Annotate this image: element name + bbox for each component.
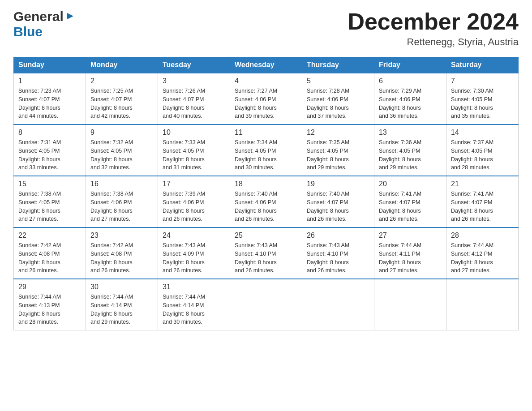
day-number: 12 <box>307 128 369 137</box>
table-row: 31 Sunrise: 7:44 AM Sunset: 4:14 PM Dayl… <box>158 279 230 330</box>
day-number: 8 <box>18 128 81 137</box>
table-row: 27 Sunrise: 7:44 AM Sunset: 4:11 PM Dayl… <box>374 227 446 279</box>
table-row: 23 Sunrise: 7:42 AM Sunset: 4:08 PM Dayl… <box>86 227 158 279</box>
day-number: 30 <box>90 283 153 291</box>
day-info: Sunrise: 7:29 AM Sunset: 4:06 PM Dayligh… <box>379 87 442 120</box>
table-row: 25 Sunrise: 7:43 AM Sunset: 4:10 PM Dayl… <box>230 227 302 279</box>
day-info: Sunrise: 7:44 AM Sunset: 4:14 PM Dayligh… <box>90 293 153 326</box>
col-wednesday: Wednesday <box>230 57 302 73</box>
day-info: Sunrise: 7:43 AM Sunset: 4:09 PM Dayligh… <box>163 241 225 275</box>
calendar-table: Sunday Monday Tuesday Wednesday Thursday… <box>13 57 519 330</box>
day-info: Sunrise: 7:42 AM Sunset: 4:08 PM Dayligh… <box>90 241 153 275</box>
table-row: 21 Sunrise: 7:41 AM Sunset: 4:07 PM Dayl… <box>446 176 519 227</box>
page-header: General Blue December 2024 Rettenegg, St… <box>13 9 519 48</box>
day-number: 17 <box>163 180 225 188</box>
table-row: 9 Sunrise: 7:32 AM Sunset: 4:05 PM Dayli… <box>86 124 158 176</box>
day-number: 28 <box>451 231 514 240</box>
table-row: 17 Sunrise: 7:39 AM Sunset: 4:06 PM Dayl… <box>158 176 230 227</box>
svg-marker-0 <box>67 13 73 19</box>
day-number: 27 <box>379 231 442 240</box>
day-number: 3 <box>163 77 225 85</box>
table-row: 10 Sunrise: 7:33 AM Sunset: 4:05 PM Dayl… <box>158 124 230 176</box>
month-title: December 2024 <box>348 9 519 34</box>
calendar-header-row: Sunday Monday Tuesday Wednesday Thursday… <box>14 57 519 73</box>
day-info: Sunrise: 7:43 AM Sunset: 4:10 PM Dayligh… <box>307 241 369 275</box>
table-row: 7 Sunrise: 7:30 AM Sunset: 4:05 PM Dayli… <box>446 73 519 124</box>
day-number: 1 <box>18 77 81 85</box>
day-number: 23 <box>90 231 153 240</box>
table-row: 28 Sunrise: 7:44 AM Sunset: 4:12 PM Dayl… <box>446 227 519 279</box>
day-info: Sunrise: 7:35 AM Sunset: 4:05 PM Dayligh… <box>307 138 369 172</box>
day-number: 9 <box>90 128 153 137</box>
table-row: 12 Sunrise: 7:35 AM Sunset: 4:05 PM Dayl… <box>302 124 374 176</box>
table-row: 5 Sunrise: 7:28 AM Sunset: 4:06 PM Dayli… <box>302 73 374 124</box>
day-info: Sunrise: 7:34 AM Sunset: 4:05 PM Dayligh… <box>235 138 297 172</box>
table-row <box>230 279 302 330</box>
table-row: 20 Sunrise: 7:41 AM Sunset: 4:07 PM Dayl… <box>374 176 446 227</box>
day-info: Sunrise: 7:27 AM Sunset: 4:06 PM Dayligh… <box>235 87 297 120</box>
day-info: Sunrise: 7:41 AM Sunset: 4:07 PM Dayligh… <box>451 190 514 223</box>
day-number: 24 <box>163 231 225 240</box>
day-info: Sunrise: 7:43 AM Sunset: 4:10 PM Dayligh… <box>235 241 297 275</box>
day-number: 20 <box>379 180 442 188</box>
logo-arrow-icon <box>65 11 75 23</box>
day-info: Sunrise: 7:31 AM Sunset: 4:05 PM Dayligh… <box>18 138 81 172</box>
day-info: Sunrise: 7:26 AM Sunset: 4:07 PM Dayligh… <box>163 87 225 120</box>
day-info: Sunrise: 7:44 AM Sunset: 4:13 PM Dayligh… <box>18 293 81 326</box>
day-info: Sunrise: 7:25 AM Sunset: 4:07 PM Dayligh… <box>90 87 153 120</box>
table-row: 8 Sunrise: 7:31 AM Sunset: 4:05 PM Dayli… <box>14 124 86 176</box>
day-info: Sunrise: 7:44 AM Sunset: 4:11 PM Dayligh… <box>379 241 442 275</box>
location-subtitle: Rettenegg, Styria, Austria <box>348 36 519 48</box>
day-number: 5 <box>307 77 369 85</box>
table-row <box>446 279 519 330</box>
table-row: 6 Sunrise: 7:29 AM Sunset: 4:06 PM Dayli… <box>374 73 446 124</box>
day-number: 4 <box>235 77 297 85</box>
day-number: 7 <box>451 77 514 85</box>
day-number: 26 <box>307 231 369 240</box>
day-number: 19 <box>307 180 369 188</box>
day-number: 29 <box>18 283 81 291</box>
table-row: 4 Sunrise: 7:27 AM Sunset: 4:06 PM Dayli… <box>230 73 302 124</box>
day-number: 18 <box>235 180 297 188</box>
day-number: 13 <box>379 128 442 137</box>
day-number: 16 <box>90 180 153 188</box>
day-info: Sunrise: 7:42 AM Sunset: 4:08 PM Dayligh… <box>18 241 81 275</box>
day-info: Sunrise: 7:40 AM Sunset: 4:07 PM Dayligh… <box>307 190 369 223</box>
day-info: Sunrise: 7:36 AM Sunset: 4:05 PM Dayligh… <box>379 138 442 172</box>
day-info: Sunrise: 7:38 AM Sunset: 4:06 PM Dayligh… <box>90 190 153 223</box>
logo-general-text: General <box>13 9 64 24</box>
table-row: 29 Sunrise: 7:44 AM Sunset: 4:13 PM Dayl… <box>14 279 86 330</box>
col-saturday: Saturday <box>446 57 519 73</box>
col-thursday: Thursday <box>302 57 374 73</box>
day-info: Sunrise: 7:33 AM Sunset: 4:05 PM Dayligh… <box>163 138 225 172</box>
day-number: 6 <box>379 77 442 85</box>
table-row: 24 Sunrise: 7:43 AM Sunset: 4:09 PM Dayl… <box>158 227 230 279</box>
day-number: 31 <box>163 283 225 291</box>
table-row <box>374 279 446 330</box>
day-number: 21 <box>451 180 514 188</box>
table-row: 19 Sunrise: 7:40 AM Sunset: 4:07 PM Dayl… <box>302 176 374 227</box>
day-info: Sunrise: 7:32 AM Sunset: 4:05 PM Dayligh… <box>90 138 153 172</box>
day-number: 22 <box>18 231 81 240</box>
title-block: December 2024 Rettenegg, Styria, Austria <box>348 9 519 48</box>
table-row: 11 Sunrise: 7:34 AM Sunset: 4:05 PM Dayl… <box>230 124 302 176</box>
day-info: Sunrise: 7:28 AM Sunset: 4:06 PM Dayligh… <box>307 87 369 120</box>
day-number: 11 <box>235 128 297 137</box>
col-tuesday: Tuesday <box>158 57 230 73</box>
day-info: Sunrise: 7:44 AM Sunset: 4:12 PM Dayligh… <box>451 241 514 275</box>
table-row: 22 Sunrise: 7:42 AM Sunset: 4:08 PM Dayl… <box>14 227 86 279</box>
day-info: Sunrise: 7:40 AM Sunset: 4:06 PM Dayligh… <box>235 190 297 223</box>
table-row: 30 Sunrise: 7:44 AM Sunset: 4:14 PM Dayl… <box>86 279 158 330</box>
day-number: 25 <box>235 231 297 240</box>
logo-blue-text: Blue <box>13 24 43 39</box>
table-row: 13 Sunrise: 7:36 AM Sunset: 4:05 PM Dayl… <box>374 124 446 176</box>
day-info: Sunrise: 7:23 AM Sunset: 4:07 PM Dayligh… <box>18 87 81 120</box>
table-row: 1 Sunrise: 7:23 AM Sunset: 4:07 PM Dayli… <box>14 73 86 124</box>
col-sunday: Sunday <box>14 57 86 73</box>
day-info: Sunrise: 7:44 AM Sunset: 4:14 PM Dayligh… <box>163 293 225 326</box>
col-monday: Monday <box>86 57 158 73</box>
col-friday: Friday <box>374 57 446 73</box>
table-row: 15 Sunrise: 7:38 AM Sunset: 4:05 PM Dayl… <box>14 176 86 227</box>
day-info: Sunrise: 7:30 AM Sunset: 4:05 PM Dayligh… <box>451 87 514 120</box>
table-row: 16 Sunrise: 7:38 AM Sunset: 4:06 PM Dayl… <box>86 176 158 227</box>
